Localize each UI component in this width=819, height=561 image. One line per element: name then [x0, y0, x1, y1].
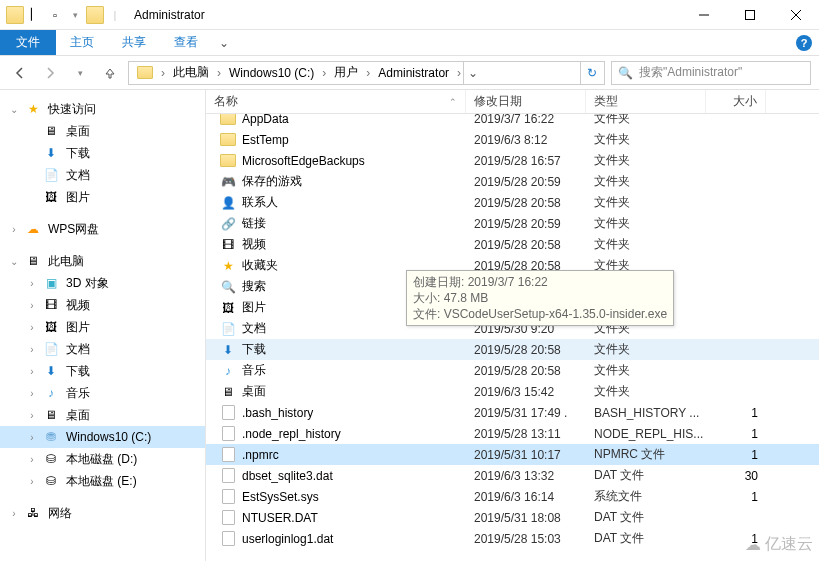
- file-row[interactable]: 🔗链接2019/5/28 20:59文件夹: [206, 213, 819, 234]
- breadcrumb[interactable]: › 此电脑 › Windows10 (C:) › 用户 › Administra…: [128, 61, 605, 85]
- file-type: 文件夹: [586, 114, 706, 127]
- crumb-users[interactable]: 用户: [328, 62, 364, 84]
- chevron-right-icon[interactable]: ›: [455, 66, 463, 80]
- chevron-right-icon[interactable]: ›: [320, 66, 328, 80]
- file-row[interactable]: 🎮保存的游戏2019/5/28 20:59文件夹: [206, 171, 819, 192]
- file-row[interactable]: EstTemp2019/6/3 8:12文件夹: [206, 129, 819, 150]
- file-name: AppData: [242, 114, 289, 126]
- tree-pictures[interactable]: 🖼图片: [0, 186, 205, 208]
- file-row[interactable]: ♪音乐2019/5/28 20:58文件夹: [206, 360, 819, 381]
- cloud-icon: ☁: [24, 222, 42, 236]
- up-button[interactable]: [98, 61, 122, 85]
- file-name: 下载: [242, 341, 266, 358]
- tree-pictures2[interactable]: ›🖼图片: [0, 316, 205, 338]
- file-row[interactable]: 👤联系人2019/5/28 20:58文件夹: [206, 192, 819, 213]
- file-row[interactable]: ⬇下载2019/5/28 20:58文件夹: [206, 339, 819, 360]
- recent-locations-button[interactable]: ▾: [68, 61, 92, 85]
- navigation-tree[interactable]: ⌄★快速访问 🖥桌面 ⬇下载 📄文档 🖼图片 ›☁WPS网盘 ⌄🖥此电脑 ›▣3…: [0, 90, 206, 561]
- crumb-drive[interactable]: Windows10 (C:): [223, 62, 320, 84]
- file-type: BASH_HISTORY ...: [586, 406, 706, 420]
- maximize-button[interactable]: [727, 0, 773, 30]
- tree-music[interactable]: ›♪音乐: [0, 382, 205, 404]
- tree-drive-d[interactable]: ›⛁本地磁盘 (D:): [0, 448, 205, 470]
- tree-network[interactable]: ›🖧网络: [0, 502, 205, 524]
- tree-videos[interactable]: ›🎞视频: [0, 294, 205, 316]
- 3d-icon: ▣: [42, 276, 60, 290]
- search-icon: 🔍: [618, 66, 633, 80]
- file-row[interactable]: EstSysSet.sys2019/6/3 16:14系统文件1: [206, 486, 819, 507]
- file-row[interactable]: userloginlog1.dat2019/5/28 15:03DAT 文件1: [206, 528, 819, 549]
- tab-share[interactable]: 共享: [108, 30, 160, 55]
- crumb-pc[interactable]: 此电脑: [167, 62, 215, 84]
- help-button[interactable]: ?: [789, 30, 819, 55]
- tab-view[interactable]: 查看: [160, 30, 212, 55]
- chevron-right-icon[interactable]: ›: [364, 66, 372, 80]
- qat-properties-icon[interactable]: ▫: [46, 6, 64, 24]
- tab-home[interactable]: 主页: [56, 30, 108, 55]
- file-date: 2019/5/28 20:58: [466, 364, 586, 378]
- file-date: 2019/5/28 20:59: [466, 217, 586, 231]
- file-tab[interactable]: 文件: [0, 30, 56, 55]
- contacts-icon: 👤: [220, 195, 236, 211]
- tree-quick-access[interactable]: ⌄★快速访问: [0, 98, 205, 120]
- file-row[interactable]: MicrosoftEdgeBackups2019/5/28 16:57文件夹: [206, 150, 819, 171]
- crumb-admin[interactable]: Administrator: [372, 62, 455, 84]
- file-size: 1: [706, 427, 766, 441]
- col-name[interactable]: 名称⌃: [206, 90, 466, 113]
- qat-chevron-down-icon[interactable]: ▾: [66, 6, 84, 24]
- links-icon: 🔗: [220, 216, 236, 232]
- disk-icon: ⛁: [42, 474, 60, 488]
- file-row[interactable]: NTUSER.DAT2019/5/31 18:08DAT 文件: [206, 507, 819, 528]
- file-type: 系统文件: [586, 488, 706, 505]
- tree-drive-e[interactable]: ›⛁本地磁盘 (E:): [0, 470, 205, 492]
- tree-desktop2[interactable]: ›🖥桌面: [0, 404, 205, 426]
- tree-desktop[interactable]: 🖥桌面: [0, 120, 205, 142]
- chevron-right-icon[interactable]: ›: [159, 66, 167, 80]
- file-type: 文件夹: [586, 383, 706, 400]
- tree-wps[interactable]: ›☁WPS网盘: [0, 218, 205, 240]
- folder-icon: [131, 62, 159, 84]
- tree-drive-c[interactable]: ›⛃Windows10 (C:): [0, 426, 205, 448]
- star-icon: ★: [24, 102, 42, 116]
- file-type: 文件夹: [586, 152, 706, 169]
- tree-3d[interactable]: ›▣3D 对象: [0, 272, 205, 294]
- file-icon: [220, 468, 236, 484]
- file-row[interactable]: dbset_sqlite3.dat2019/6/3 13:32DAT 文件30: [206, 465, 819, 486]
- tree-documents[interactable]: 📄文档: [0, 164, 205, 186]
- file-row[interactable]: 🖥桌面2019/6/3 15:42文件夹: [206, 381, 819, 402]
- file-type: 文件夹: [586, 362, 706, 379]
- tree-dl2[interactable]: ›⬇下载: [0, 360, 205, 382]
- desktop-icon: 🖥: [42, 408, 60, 422]
- file-row[interactable]: .node_repl_history2019/5/28 13:11NODE_RE…: [206, 423, 819, 444]
- disk-icon: ⛃: [42, 430, 60, 444]
- col-date[interactable]: 修改日期: [466, 90, 586, 113]
- column-headers[interactable]: 名称⌃ 修改日期 类型 大小: [206, 90, 819, 114]
- qat-separator: |: [106, 6, 124, 24]
- close-button[interactable]: [773, 0, 819, 30]
- forward-button[interactable]: [38, 61, 62, 85]
- col-size[interactable]: 大小: [706, 90, 766, 113]
- file-row[interactable]: 🎞视频2019/5/28 20:58文件夹: [206, 234, 819, 255]
- download-icon: ⬇: [42, 364, 60, 378]
- window-title: Administrator: [124, 8, 205, 22]
- tree-docs2[interactable]: ›📄文档: [0, 338, 205, 360]
- file-date: 2019/5/28 13:11: [466, 427, 586, 441]
- tree-downloads[interactable]: ⬇下载: [0, 142, 205, 164]
- search-input[interactable]: 🔍 搜索"Administrator": [611, 61, 811, 85]
- address-dropdown-button[interactable]: ⌄: [463, 62, 481, 84]
- folder-icon: [86, 6, 104, 24]
- chevron-right-icon[interactable]: ›: [215, 66, 223, 80]
- file-row[interactable]: .bash_history2019/5/31 17:49 .BASH_HISTO…: [206, 402, 819, 423]
- file-icon: [220, 510, 236, 526]
- file-date: 2019/5/28 20:59: [466, 175, 586, 189]
- file-row[interactable]: AppData2019/3/7 16:22文件夹: [206, 114, 819, 129]
- tree-this-pc[interactable]: ⌄🖥此电脑: [0, 250, 205, 272]
- back-button[interactable]: [8, 61, 32, 85]
- col-type[interactable]: 类型: [586, 90, 706, 113]
- downloads-icon: ⬇: [220, 342, 236, 358]
- file-row[interactable]: .npmrc2019/5/31 10:17NPMRC 文件1: [206, 444, 819, 465]
- file-date: 2019/5/31 17:49 .: [466, 406, 586, 420]
- refresh-button[interactable]: ↻: [580, 62, 602, 84]
- ribbon-expand-icon[interactable]: ⌄: [212, 30, 236, 55]
- minimize-button[interactable]: [681, 0, 727, 30]
